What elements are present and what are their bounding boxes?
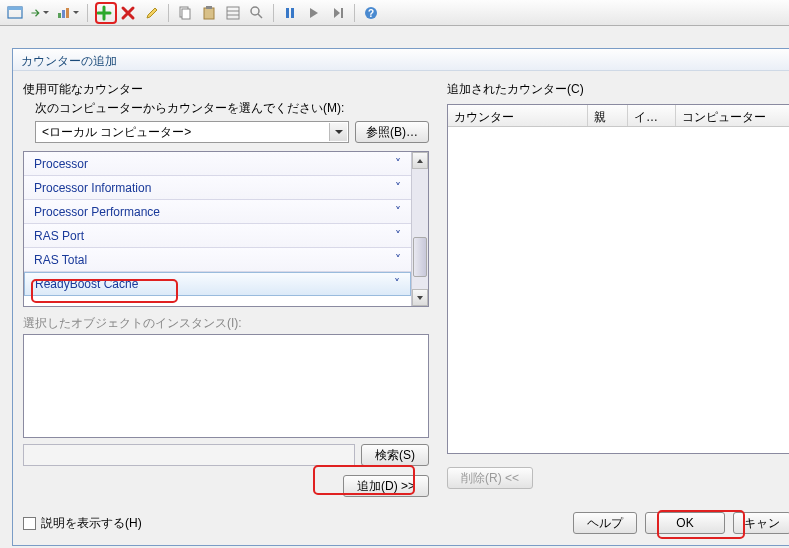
graph-type-icon[interactable]: [52, 2, 82, 24]
instance-label: 選択したオブジェクトのインスタンス(I):: [23, 315, 429, 332]
arrow-right-icon[interactable]: [28, 2, 50, 24]
counter-item-readyboost[interactable]: ReadyBoost Cache˅: [24, 272, 411, 296]
counter-list: Processor˅ Processor Information˅ Proces…: [23, 151, 429, 307]
highlight-pencil-icon[interactable]: [141, 2, 163, 24]
cancel-button[interactable]: キャン: [733, 512, 789, 534]
zoom-icon[interactable]: [246, 2, 268, 24]
help-icon[interactable]: ?: [360, 2, 382, 24]
chevron-down-icon[interactable]: [329, 123, 347, 141]
plus-icon[interactable]: [93, 2, 115, 24]
column-instance[interactable]: インス…: [628, 105, 676, 126]
svg-rect-2: [58, 13, 61, 18]
svg-rect-15: [291, 8, 294, 18]
available-label: 使用可能なカウンター: [23, 81, 429, 98]
browse-button[interactable]: 参照(B)…: [355, 121, 429, 143]
counter-item[interactable]: RAS Total˅: [24, 248, 411, 272]
search-input[interactable]: [23, 444, 355, 466]
svg-rect-1: [8, 7, 22, 10]
computer-select[interactable]: <ローカル コンピューター>: [35, 121, 349, 143]
step-icon[interactable]: [327, 2, 349, 24]
toolbar-separator: [87, 4, 88, 22]
chevron-down-icon: ˅: [395, 157, 401, 171]
svg-rect-8: [206, 6, 212, 9]
add-counter-dialog: カウンターの追加 使用可能なカウンター 次のコンピューターからカウンターを選んで…: [12, 48, 789, 546]
chevron-down-icon: ˅: [395, 205, 401, 219]
column-counter[interactable]: カウンター: [448, 105, 588, 126]
computer-value: <ローカル コンピューター>: [42, 124, 191, 141]
chevron-down-icon: ˅: [394, 277, 400, 291]
play-icon[interactable]: [303, 2, 325, 24]
toolbar-separator: [354, 4, 355, 22]
toolbar-separator: [273, 4, 274, 22]
counter-item[interactable]: Processor˅: [24, 152, 411, 176]
pause-icon[interactable]: [279, 2, 301, 24]
column-computer[interactable]: コンピューター: [676, 105, 789, 126]
help-button[interactable]: ヘルプ: [573, 512, 637, 534]
dialog-title: カウンターの追加: [13, 49, 789, 71]
chevron-down-icon: ˅: [395, 253, 401, 267]
available-counters-pane: 使用可能なカウンター 次のコンピューターからカウンターを選んでください(M): …: [23, 81, 429, 503]
add-button[interactable]: 追加(D) >>: [343, 475, 429, 497]
svg-rect-16: [341, 8, 343, 18]
table-header: カウンター 親 インス… コンピューター: [448, 105, 789, 127]
svg-line-13: [258, 14, 262, 18]
copy-icon[interactable]: [174, 2, 196, 24]
svg-rect-3: [62, 10, 65, 18]
chevron-down-icon: ˅: [395, 229, 401, 243]
paste-icon[interactable]: [198, 2, 220, 24]
view-window-icon[interactable]: [4, 2, 26, 24]
show-description-label: 説明を表示する(H): [41, 515, 142, 532]
svg-point-12: [251, 7, 259, 15]
delete-button: 削除(R) <<: [447, 467, 533, 489]
ok-button[interactable]: OK: [645, 512, 725, 534]
computer-label: 次のコンピューターからカウンターを選んでください(M):: [35, 100, 429, 117]
scroll-down-icon[interactable]: [412, 289, 428, 306]
added-label: 追加されたカウンター(C): [447, 81, 789, 98]
counter-item[interactable]: RAS Port˅: [24, 224, 411, 248]
svg-text:?: ?: [368, 8, 374, 19]
dialog-bottom: 説明を表示する(H) ヘルプ OK キャン: [23, 510, 789, 536]
added-table[interactable]: カウンター 親 インス… コンピューター: [447, 104, 789, 454]
added-counters-pane: 追加されたカウンター(C) カウンター 親 インス… コンピューター 削除(R)…: [447, 81, 789, 503]
delete-x-icon[interactable]: [117, 2, 139, 24]
main-toolbar: ?: [0, 0, 789, 26]
scroll-thumb[interactable]: [413, 237, 427, 277]
svg-rect-4: [66, 8, 69, 18]
search-button[interactable]: 検索(S): [361, 444, 429, 466]
toolbar-separator: [168, 4, 169, 22]
counter-item[interactable]: Processor Information˅: [24, 176, 411, 200]
column-parent[interactable]: 親: [588, 105, 628, 126]
svg-rect-7: [204, 8, 214, 19]
chevron-down-icon: ˅: [395, 181, 401, 195]
svg-rect-9: [227, 7, 239, 19]
counter-item[interactable]: Processor Performance˅: [24, 200, 411, 224]
scroll-up-icon[interactable]: [412, 152, 428, 169]
show-description-checkbox[interactable]: [23, 517, 36, 530]
svg-rect-14: [286, 8, 289, 18]
instance-list[interactable]: [23, 334, 429, 438]
svg-rect-6: [182, 9, 190, 19]
properties-icon[interactable]: [222, 2, 244, 24]
scrollbar[interactable]: [411, 152, 428, 306]
